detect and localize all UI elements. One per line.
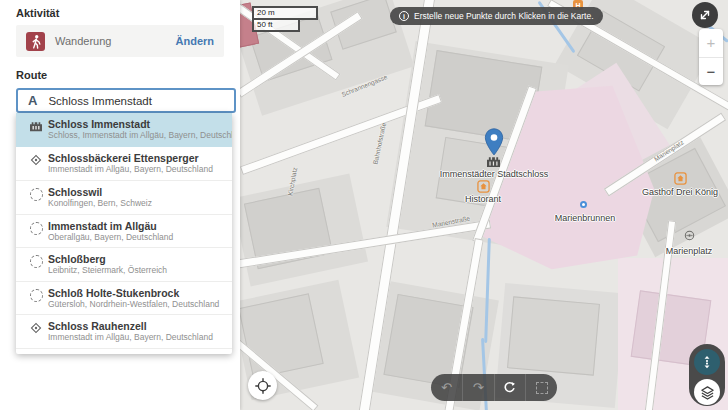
map-pois: Immenstädter Stadtschloss Historant Mari… xyxy=(240,0,728,410)
poi-label-marienplatz: Marienplatz xyxy=(629,246,728,256)
activity-heading: Aktivität xyxy=(16,7,59,19)
zoom-in-button[interactable]: + xyxy=(699,29,723,58)
region-icon xyxy=(24,220,48,248)
info-icon: i xyxy=(399,11,409,21)
map-layers-button[interactable] xyxy=(694,379,720,405)
poi-label-stadtschloss: Immenstädter Stadtschloss xyxy=(394,169,594,179)
poi-icon xyxy=(24,152,48,181)
poi-label-marienbrunnen: Marienbrunnen xyxy=(525,213,645,223)
region-icon xyxy=(24,287,48,315)
fit-bounds-button[interactable] xyxy=(526,374,557,401)
redo-button[interactable]: ↷ xyxy=(463,374,495,401)
suggestion-schloss-immenstadt[interactable]: Schloss Immenstadt Schloss, Immenstadt i… xyxy=(16,113,232,147)
waypoint-a-input[interactable]: A Schloss Immenstadt xyxy=(16,88,236,113)
suggestion-subtitle: Konolfingen, Bern, Schweiz xyxy=(48,198,152,209)
suggestion-subtitle: Leibnitz, Steiermark, Österreich xyxy=(48,265,167,276)
waypoint-a-value: Schloss Immenstadt xyxy=(48,95,152,107)
collapse-sidebar-button[interactable] xyxy=(692,2,718,28)
suggestion-immenstadt[interactable]: Immenstadt im Allgäu Oberallgäu, Bayern,… xyxy=(16,214,232,248)
search-suggestions-dropdown: Schloss Immenstadt Schloss, Immenstadt i… xyxy=(16,113,232,354)
waypoint-pin[interactable] xyxy=(484,128,504,156)
castle-map-icon xyxy=(485,155,502,168)
zoom-control: + − xyxy=(699,29,723,85)
layers-icon xyxy=(700,385,715,400)
map-scale: 20 m 50 ft xyxy=(252,6,318,32)
locate-me-button[interactable] xyxy=(248,371,277,400)
poi-icon xyxy=(24,320,48,348)
map-canvas[interactable]: Schrannengasse Bahnhofstraße Marienstraß… xyxy=(240,0,728,410)
edit-toolbar: ↶ ↷ xyxy=(431,374,557,401)
fit-bounds-icon xyxy=(536,382,548,394)
suggestion-title: Schloßberg xyxy=(48,253,167,265)
suggestion-schlosswil[interactable]: Schlosswil Konolfingen, Bern, Schweiz xyxy=(16,180,232,214)
region-icon xyxy=(24,253,48,281)
round-trip-button[interactable] xyxy=(495,374,527,401)
activity-name: Wanderung xyxy=(55,35,176,47)
suggestion-schlossberg[interactable]: Schloßberg Leibnitz, Steiermark, Österre… xyxy=(16,247,232,281)
suggestion-clipped[interactable]: Schloß … xyxy=(16,348,232,354)
loop-icon xyxy=(503,381,516,394)
suggestion-schlossbaeckerei[interactable]: Schlossbäckerei Ettensperger Immenstadt … xyxy=(16,147,232,181)
suggestion-subtitle: Gütersloh, Nordrhein-Westfalen, Deutschl… xyxy=(48,299,219,310)
waypoints-button[interactable] xyxy=(694,349,720,375)
scale-imperial: 50 ft xyxy=(252,18,300,32)
suggestion-title: Schloss Immenstadt xyxy=(48,118,224,130)
lodging-icon xyxy=(674,172,687,185)
zoom-out-button[interactable]: − xyxy=(699,58,723,86)
suggestion-schloss-holte[interactable]: Schloß Holte-Stukenbrock Gütersloh, Nord… xyxy=(16,281,232,315)
suggestion-subtitle: Oberallgäu, Bayern, Deutschland xyxy=(48,232,173,243)
suggestion-subtitle: Immenstadt im Allgäu, Bayern, Deutschlan… xyxy=(48,164,213,175)
tooltip-text: Erstelle neue Punkte durch Klicken in di… xyxy=(414,11,594,21)
suggestion-subtitle: Schloss, Immenstadt im Allgäu, Bayern, D… xyxy=(48,130,224,141)
suggestion-title: Schloss Rauhenzell xyxy=(48,320,213,332)
poi-label-historant: Historant xyxy=(433,194,533,204)
route-planner-sidebar: Aktivität Wanderung Ändern Route A Schlo… xyxy=(0,0,240,410)
waypoint-a-badge: A xyxy=(28,93,37,108)
hiker-icon xyxy=(26,32,45,51)
fountain-icon xyxy=(684,230,695,241)
suggestion-title: Immenstadt im Allgäu xyxy=(48,220,173,232)
castle-icon xyxy=(24,118,48,147)
change-activity-button[interactable]: Ändern xyxy=(176,35,215,47)
suggestion-title: Schloß Holte-Stukenbrock xyxy=(48,287,219,299)
suggestion-title: Schlossbäckerei Ettensperger xyxy=(48,152,213,164)
suggestion-title: Schlosswil xyxy=(48,186,152,198)
poi-label-gasthof: Gasthof Drei König xyxy=(618,187,728,197)
suggestion-schloss-rauhenzell[interactable]: Schloss Rauhenzell Immenstadt im Allgäu,… xyxy=(16,314,232,348)
region-icon xyxy=(24,186,48,214)
target-icon xyxy=(255,378,271,394)
route-points-icon xyxy=(700,355,714,369)
map-hint-tooltip: i Erstelle neue Punkte durch Klicken in … xyxy=(390,7,603,25)
activity-row: Wanderung Ändern xyxy=(16,25,224,57)
fountain-dot-icon xyxy=(580,201,587,208)
route-heading: Route xyxy=(16,69,47,81)
suggestion-subtitle: Immenstadt im Allgäu, Bayern, Deutschlan… xyxy=(48,332,213,343)
undo-button[interactable]: ↶ xyxy=(431,374,463,401)
expand-diagonal-icon xyxy=(698,8,712,22)
lodging-icon xyxy=(477,180,490,193)
